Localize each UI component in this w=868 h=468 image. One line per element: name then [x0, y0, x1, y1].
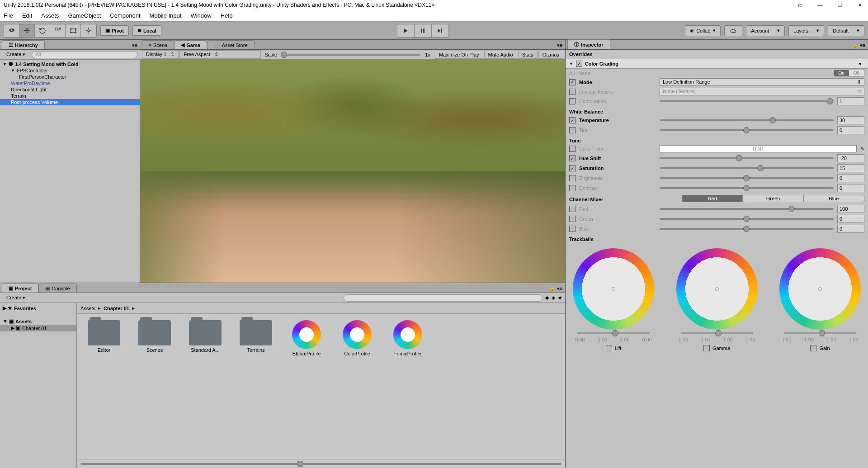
hier-firstpersoncharacter[interactable]: FirstPersonCharacter [0, 74, 140, 80]
menu-window[interactable]: Window [190, 12, 211, 19]
maximize-button[interactable]: □ [835, 0, 844, 9]
contrast-value[interactable] [837, 184, 864, 192]
hier-fpscontroller[interactable]: ▼ FPSController [0, 67, 140, 74]
rotate-tool[interactable] [35, 24, 50, 37]
collab-dropdown[interactable]: ◈ Collab ▾ [685, 25, 721, 36]
console-tab[interactable]: ▤ Console [38, 284, 76, 293]
contrast-slider[interactable] [660, 187, 834, 189]
channel-green[interactable]: Green [743, 195, 803, 202]
project-tab-options[interactable]: 🔒 ▾≡ [547, 285, 565, 293]
temperature-override-checkbox[interactable] [569, 117, 576, 123]
tint-slider[interactable] [660, 129, 834, 131]
hierarchy-create-dropdown[interactable]: Create ▾ [3, 51, 29, 58]
local-toggle[interactable]: ⊕ Local [132, 25, 161, 36]
scene-tab-options[interactable]: ▾≡ [554, 42, 565, 49]
contribution-value[interactable] [837, 97, 864, 105]
temperature-slider[interactable] [660, 119, 834, 121]
temperature-value[interactable] [837, 116, 864, 124]
on-button[interactable]: On [834, 70, 849, 76]
asset-colorprofile[interactable]: ColorProfile [336, 320, 378, 356]
contribution-slider[interactable] [660, 100, 834, 102]
project-search-input[interactable] [344, 294, 542, 302]
asset-terrains[interactable]: Terrains [235, 320, 277, 356]
channel-red[interactable]: Red [682, 195, 743, 202]
hueshift-override-checkbox[interactable] [569, 155, 576, 161]
scale-tool[interactable] [50, 24, 66, 37]
menu-edit[interactable]: Edit [22, 12, 32, 19]
asset-standard[interactable]: Standard A... [184, 320, 226, 356]
red-slider[interactable] [660, 208, 834, 210]
layout-dropdown[interactable]: Default ▾ [828, 25, 864, 36]
gamma-override-checkbox[interactable] [703, 345, 710, 351]
lift-slider[interactable] [577, 332, 650, 334]
project-tab[interactable]: ▣ Project [2, 284, 38, 293]
asset-filmicprofile[interactable]: FilmicProfile [387, 320, 429, 356]
menu-gameobject[interactable]: GameObject [68, 12, 101, 19]
colorfilter-override-checkbox[interactable] [569, 146, 576, 152]
play-button[interactable] [397, 24, 415, 37]
gain-slider[interactable] [784, 332, 856, 334]
pause-button[interactable] [415, 24, 432, 37]
menu-mobileinput[interactable]: Mobile Input [150, 12, 182, 19]
transform-tool[interactable] [81, 24, 96, 37]
inspector-tab[interactable]: ⓘ Inspector [567, 39, 610, 49]
tint-override-checkbox[interactable] [569, 127, 576, 133]
hdr-color-field[interactable]: HDR [660, 145, 857, 152]
tree-assets[interactable]: ▼ ▣ Assets [0, 318, 76, 325]
brightness-override-checkbox[interactable] [569, 175, 576, 181]
mode-override-checkbox[interactable] [569, 79, 576, 85]
menu-help[interactable]: Help [221, 12, 233, 19]
maximize-toggle[interactable]: Maximize On Play [435, 51, 483, 59]
saturation-slider[interactable] [660, 167, 834, 169]
channel-blue[interactable]: Blue [804, 195, 864, 202]
account-dropdown[interactable]: Account ▾ [746, 25, 785, 36]
hier-terrain[interactable]: Terrain [0, 93, 140, 99]
filter-icon-1[interactable]: ◆ [545, 295, 549, 301]
filter-icon-2[interactable]: ◈ [552, 295, 555, 301]
menu-assets[interactable]: Assets [41, 12, 59, 19]
lookup-override-checkbox[interactable] [569, 89, 576, 95]
assetstore-tab[interactable]: 🛒 Asset Store [207, 40, 255, 49]
lift-override-checkbox[interactable] [606, 345, 612, 351]
blue-value[interactable] [837, 225, 864, 233]
project-create-dropdown[interactable]: Create ▾ [3, 294, 29, 302]
asset-scenes[interactable]: Scenes [134, 320, 175, 356]
green-override-checkbox[interactable] [569, 216, 576, 222]
mode-dropdown[interactable]: Low Definition Range⇕ [660, 78, 864, 86]
minimize-button[interactable]: — [816, 0, 825, 9]
inspector-lock-icon[interactable]: 🔒 ▾≡ [849, 42, 868, 49]
gamma-slider[interactable] [681, 332, 753, 334]
hierarchy-search-input[interactable] [32, 51, 137, 58]
asset-bloomprofile[interactable]: BloomProfile [286, 320, 327, 356]
grid-size-slider[interactable] [80, 463, 561, 465]
gizmos-dropdown[interactable]: Gizmos [538, 51, 563, 59]
hueshift-slider[interactable] [660, 157, 834, 159]
favorite-icon[interactable]: ★ [558, 295, 562, 301]
breadcrumb-chapter01[interactable]: Chapter 01 [104, 306, 129, 311]
move-tool[interactable] [19, 24, 35, 37]
brightness-value[interactable] [837, 174, 864, 182]
gain-trackball[interactable] [779, 248, 861, 330]
menu-component[interactable]: Component [110, 12, 140, 19]
gain-override-checkbox[interactable] [810, 345, 816, 351]
component-enabled-checkbox[interactable] [576, 61, 582, 67]
rect-tool[interactable] [66, 24, 81, 37]
saturation-override-checkbox[interactable] [569, 165, 576, 171]
eyedropper-icon[interactable]: ✎ [860, 146, 864, 152]
contribution-override-checkbox[interactable] [569, 98, 576, 104]
tablet-mode-icon[interactable]: ▭ [796, 0, 805, 9]
component-menu-icon[interactable]: ▾≡ [859, 61, 864, 67]
scene-tab[interactable]: ⌗ Scene [142, 40, 174, 49]
red-override-checkbox[interactable] [569, 206, 576, 212]
lookup-field[interactable]: None (Texture)⊙ [660, 88, 864, 95]
contrast-override-checkbox[interactable] [569, 185, 576, 191]
tint-value[interactable] [837, 126, 864, 134]
close-button[interactable]: ✕ [855, 0, 864, 9]
blue-slider[interactable] [660, 228, 834, 230]
step-button[interactable] [432, 24, 449, 37]
red-value[interactable] [837, 205, 864, 213]
override-none[interactable]: None [578, 71, 590, 76]
menu-file[interactable]: File [4, 12, 13, 19]
off-button[interactable]: Off [849, 70, 864, 76]
scale-slider[interactable] [281, 54, 420, 56]
